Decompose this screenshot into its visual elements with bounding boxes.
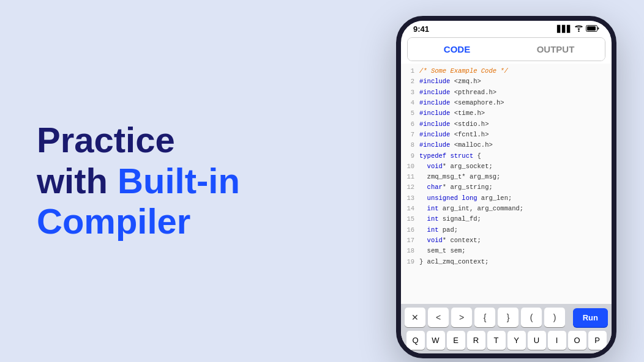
status-icons: ▋▋▋ [557,25,599,33]
code-line-6: 6 #include <stdio.h> [401,119,612,130]
code-line-5: 5 #include <time.h> [401,108,612,119]
run-button[interactable]: Run [573,308,608,327]
code-line-18: 18 sem_t sem; [401,246,612,256]
code-line-11: 11 zmq_msg_t* arg_msg; [401,172,612,182]
key-t[interactable]: T [487,331,506,350]
wifi-icon [574,25,583,33]
key-p[interactable]: P [588,331,607,350]
tab-output[interactable]: OUTPUT [506,38,605,61]
code-line-13: 13 unsigned long arg_len; [401,193,612,204]
key-u[interactable]: U [528,331,546,350]
key-w[interactable]: W [427,331,445,350]
key-q[interactable]: Q [406,331,425,350]
code-line-15: 15 int signal_fd; [401,214,612,224]
code-line-4: 4 #include <semaphore.h> [401,98,612,108]
left-panel: Practice with Built-in Compiler [0,95,381,267]
headline-line2: with Built-in [37,161,356,202]
right-panel: 9:41 ▋▋▋ [381,0,644,362]
status-bar: 9:41 ▋▋▋ [401,21,612,35]
headline-line2-highlight: Built-in [118,161,240,201]
tabs: CODE OUTPUT [407,37,605,61]
code-line-14: 14 int arg_int, arg_command; [401,204,612,214]
code-line-12: 12 char* arg_string; [401,182,612,193]
key-y[interactable]: Y [507,331,526,350]
code-line-1: 1 /* Some Example Code */ [401,66,612,76]
keyboard: ✕ < > { } ( ) Run Q W E R T Y U I O P [401,304,612,353]
close-paren-key[interactable]: ) [544,308,565,327]
key-o[interactable]: O [568,331,586,350]
code-line-7: 7 #include <fcntl.h> [401,130,612,140]
close-key[interactable]: ✕ [405,308,425,327]
code-line-2: 2 #include <zmq.h> [401,76,612,87]
code-line-17: 17 void* context; [401,235,612,246]
key-i[interactable]: I [548,331,566,350]
headline: Practice with Built-in Compiler [37,120,356,242]
signal-icon: ▋▋▋ [557,25,572,33]
battery-icon [586,25,599,33]
code-line-16: 16 int pad; [401,225,612,235]
code-line-8: 8 #include <malloc.h> [401,140,612,150]
qwerty-row: Q W E R T Y U I O P [401,330,612,353]
svg-point-0 [578,31,579,32]
close-brace-key[interactable]: } [498,308,519,327]
code-line-10: 10 void* arg_socket; [401,161,612,172]
code-line-3: 3 #include <pthread.h> [401,87,612,98]
headline-line1: Practice [37,120,356,161]
key-r[interactable]: R [467,331,485,350]
headline-line2-plain: with [37,161,118,201]
phone: 9:41 ▋▋▋ [396,16,616,358]
open-paren-key[interactable]: ( [521,308,542,327]
phone-time: 9:41 [413,24,429,34]
special-keys-row: ✕ < > { } ( ) Run [401,304,612,330]
key-e[interactable]: E [447,331,465,350]
svg-rect-2 [587,26,596,31]
code-line-9: 9 typedef struct { [401,151,612,161]
lt-key[interactable]: < [428,308,449,327]
open-brace-key[interactable]: { [474,308,495,327]
headline-line3: Compiler [37,201,356,242]
tab-code[interactable]: CODE [408,38,506,61]
code-area: 1 /* Some Example Code */ 2 #include <zm… [401,64,612,304]
gt-key[interactable]: > [451,308,472,327]
code-line-19: 19 } acl_zmq_context; [401,257,612,267]
